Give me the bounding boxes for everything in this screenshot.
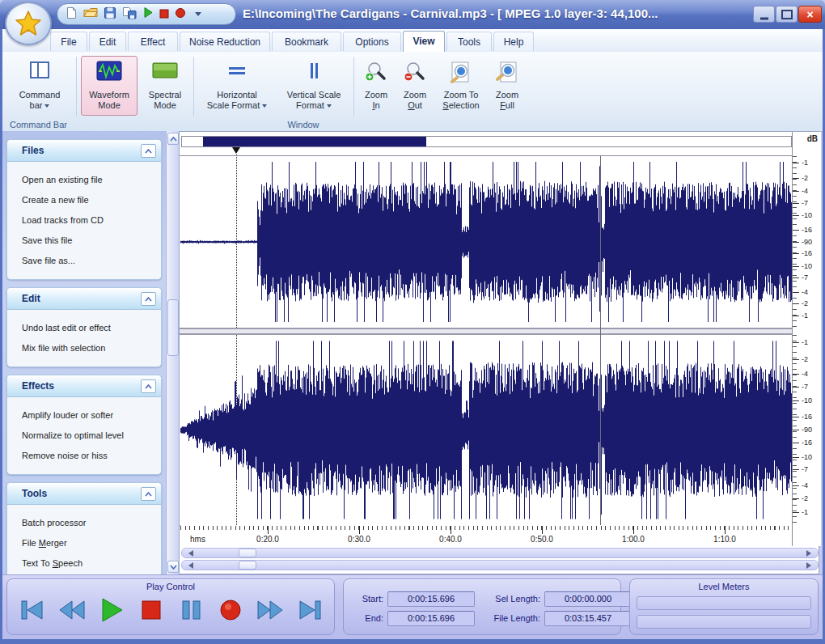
play-control-panel: Play Control [6,578,335,635]
scroll-left-icon[interactable] [188,562,193,569]
sidebar-item-open-existing-file[interactable]: Open an existing file [7,170,161,190]
tab-options[interactable]: Options [343,32,401,51]
db-scale-ruler: dB -1-2-4-7-10-16-90-16-10-7-4-2-1-1-2-4… [792,132,821,546]
scrollbar-thumb[interactable] [239,561,256,570]
save-file-icon[interactable] [104,6,116,23]
command-bar-button[interactable]: Command bar [6,56,73,116]
collapse-button[interactable] [141,292,156,306]
effects-panel: Effects Amplify louder or softer Normali… [6,375,162,475]
db-unit-label: dB [807,134,818,143]
sidebar-item-save-file-as[interactable]: Save file as... [7,251,161,271]
tab-edit[interactable]: Edit [89,32,126,51]
scroll-left-icon[interactable] [188,550,193,557]
tab-file[interactable]: File [50,32,87,51]
tab-bookmark[interactable]: Bookmark [272,32,341,51]
scroll-up-button[interactable] [167,133,179,145]
zoom-in-button[interactable]: ZoomIn [358,56,395,116]
level-meters-panel: Level Meters [629,578,819,635]
collapse-button[interactable] [141,379,156,393]
sidebar-item-amplify[interactable]: Amplify louder or softer [7,405,161,426]
sidebar-item-load-tracks-cd[interactable]: Load tracks from CD [7,210,161,231]
db-tick-label: -16 [802,439,812,447]
tab-view[interactable]: View [403,31,445,52]
pause-button[interactable] [174,595,208,625]
db-tick-label: -4 [802,288,808,296]
stop-icon [139,598,163,622]
sel-length-field[interactable]: 0:00:00.000 [544,591,632,607]
sidebar-item-normalize[interactable]: Normalize to optimal level [7,426,161,446]
sidebar-item-file-merger[interactable]: File Merger [7,533,161,553]
db-tick-label: -10 [802,262,812,270]
skip-to-end-button[interactable] [293,595,327,625]
zoom-to-selection-button[interactable]: Zoom ToSelection [435,56,487,116]
audio-editor-window: E:\Incoming\The Cardigans - Carnival.mp3… [0,0,825,644]
fast-forward-button[interactable] [253,595,287,625]
sidebar-item-save-this-file[interactable]: Save this file [7,231,161,251]
start-time-field[interactable]: 0:00:15.696 [387,591,475,607]
spectral-mode-button[interactable]: SpectralMode [140,56,190,116]
fast-forward-icon [256,598,285,622]
zoom-to-selection-icon [436,57,486,90]
scrollbar-thumb[interactable] [167,299,179,356]
tab-help[interactable]: Help [493,32,534,51]
record-icon[interactable] [175,7,186,22]
close-button[interactable]: × [798,6,822,23]
record-button[interactable] [214,595,248,625]
sidebar-item-text-to-speech[interactable]: Text To Speech [7,553,161,574]
time-tick-label: 0:20.0 [250,535,286,544]
zoom-out-button[interactable]: ZoomOut [396,56,434,116]
waveform-mode-button[interactable]: WaveformMode [81,56,138,116]
channel-splitter[interactable] [180,328,792,335]
stop-button[interactable] [134,595,168,625]
vertical-scale-format-button[interactable]: Vertical Scale Format [277,56,350,116]
sidebar-scrollbar[interactable] [166,131,179,574]
db-tick-label: -1 [802,159,808,167]
sidebar-item-remove-noise[interactable]: Remove noise or hiss [7,446,161,466]
playhead-marker[interactable] [232,147,240,154]
tab-effect[interactable]: Effect [128,32,178,51]
collapse-button[interactable] [141,144,156,158]
stereo-waveform-display[interactable] [180,156,792,525]
save-file-as-icon[interactable] [122,6,137,23]
sidebar-item-batch-processor[interactable]: Batch processor [7,513,161,533]
status-bar: Play Control Start: 0:00:15.696 Sel Leng… [0,574,825,640]
maximize-button[interactable] [776,6,798,23]
tab-tools[interactable]: Tools [446,32,492,51]
minimize-button[interactable] [753,6,775,23]
tab-noise-reduction[interactable]: Noise Reduction [180,32,270,51]
open-file-icon[interactable] [83,6,98,22]
end-time-field[interactable]: 0:00:15.696 [387,611,475,626]
scrollbar-thumb[interactable] [239,549,256,557]
files-panel: Files Open an existing file Create a new… [6,139,162,280]
skip-to-start-button[interactable] [15,595,49,625]
horizontal-scrollbar-top[interactable] [181,548,819,558]
file-overview-bar[interactable] [181,136,792,147]
application-menu-button[interactable] [5,2,52,45]
db-tick-label: -10 [802,211,812,219]
scroll-right-icon[interactable] [806,562,811,569]
new-file-icon[interactable] [66,6,78,23]
toolbar-customize-dropdown-icon[interactable] [195,12,201,16]
sidebar-item-mix-file[interactable]: Mix file with selection [7,338,161,358]
scroll-down-button[interactable] [167,561,179,573]
window-frame [0,639,825,644]
minimize-icon [760,17,768,19]
time-tick-label: 0:30.0 [341,535,377,544]
sidebar-item-undo[interactable]: Undo last edit or effect [7,318,161,338]
stop-icon[interactable] [159,7,169,22]
record-icon [218,597,243,623]
ribbon-group-window: Window [77,120,530,129]
zoom-full-button[interactable]: ZoomFull [489,56,526,116]
play-icon[interactable] [142,6,154,22]
sidebar-item-create-new-file[interactable]: Create a new file [7,190,161,210]
chevron-down-icon [44,104,49,108]
db-tick-label: -16 [802,226,812,234]
title-bar: E:\Incoming\The Cardigans - Carnival.mp3… [0,0,825,29]
scroll-right-icon[interactable] [806,550,811,557]
horizontal-scrollbar-bottom[interactable] [181,560,819,570]
horizontal-scale-format-button[interactable]: Horizontal Scale Format [198,56,276,116]
play-button[interactable] [95,595,129,625]
collapse-button[interactable] [141,487,156,501]
rewind-button[interactable] [55,595,89,625]
play-control-title: Play Control [7,582,334,591]
